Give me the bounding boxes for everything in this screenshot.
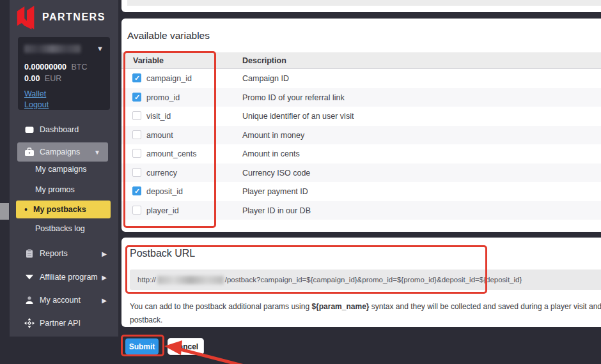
sidebar-item-reports[interactable]: Reports ▶: [10, 247, 118, 260]
logout-link[interactable]: Logout: [24, 100, 104, 109]
variable-name: deposit_id: [146, 187, 183, 196]
brand-name: PARTNERS: [42, 11, 105, 23]
wallet-link[interactable]: Wallet: [24, 89, 104, 98]
variable-description: Currency ISO code: [242, 169, 310, 178]
checkbox-visit-id[interactable]: [132, 111, 141, 120]
variable-name: campaign_id: [146, 74, 192, 83]
input-field-remnant: [127, 0, 601, 6]
dashboard-icon: [24, 125, 35, 135]
chevron-right-icon: ▶: [102, 250, 107, 257]
table-header: Variable Description: [121, 52, 601, 69]
variables-table: campaign_id Campaign ID promo_id Promo I…: [121, 69, 601, 220]
variable-name: amount: [146, 131, 173, 140]
variable-name: visit_id: [146, 112, 171, 121]
btc-balance: 0.00000000: [24, 63, 66, 72]
variable-description: Player payment ID: [242, 187, 308, 196]
variable-description: Unique identifier of an user visit: [242, 112, 354, 121]
variable-name: player_id: [146, 206, 179, 215]
sidebar: PARTNERS ▼ 0.00000000 BTC 0.00 EUR Walle…: [10, 0, 118, 337]
sidebar-item-my-campaigns[interactable]: My campaigns: [10, 163, 118, 176]
wallet-balances: 0.00000000 BTC 0.00 EUR: [24, 63, 104, 83]
checkbox-currency[interactable]: [132, 168, 141, 177]
checkbox-amount[interactable]: [132, 130, 141, 139]
clipboard-icon: [24, 248, 35, 259]
param-name-token: ${param_name}: [311, 302, 369, 311]
username-redacted: [24, 45, 81, 53]
checkbox-campaign-id[interactable]: [132, 73, 141, 82]
briefcase-icon: [24, 147, 35, 157]
eur-label: EUR: [45, 74, 61, 83]
table-row: currency Currency ISO code: [121, 163, 601, 183]
btc-label: BTC: [72, 63, 88, 72]
table-row: amount_cents Amount in cents: [121, 144, 601, 163]
n1-logo-icon: [16, 4, 38, 30]
account-box: ▼ 0.00000000 BTC 0.00 EUR Wallet Logout: [18, 37, 110, 110]
previous-card-remnant: [121, 0, 601, 12]
url-domain-redacted: [157, 276, 224, 284]
sidebar-item-dashboard[interactable]: Dashboard: [10, 123, 118, 136]
checkbox-deposit-id[interactable]: [132, 186, 141, 195]
sidebar-item-my-promos[interactable]: My promos: [10, 183, 118, 196]
variable-description: Promo ID of your referral link: [242, 93, 345, 102]
variable-description: Amount in money: [242, 131, 304, 140]
variable-description: Amount in cents: [242, 149, 300, 158]
table-row: visit_id Unique identifier of an user vi…: [121, 107, 601, 126]
compass-icon: [24, 318, 35, 328]
chevron-down-icon: ▼: [97, 45, 104, 52]
url-path: /postback?campaign_id=${campaign_id}&pro…: [225, 276, 522, 284]
sidebar-item-campaigns[interactable]: Campaigns ▼: [17, 142, 108, 162]
brand-logo[interactable]: PARTNERS: [16, 4, 105, 30]
active-bullet-icon: •: [24, 204, 27, 215]
postback-url-card: Postback URL http:// /postback?campaign_…: [121, 238, 601, 327]
chevron-right-icon: ▶: [102, 297, 107, 304]
table-row: amount Amount in money: [121, 126, 601, 145]
checkbox-player-id[interactable]: [132, 206, 141, 215]
available-variables-card: Available variables Variable Description…: [121, 19, 601, 232]
eur-balance: 0.00: [24, 74, 40, 83]
url-protocol: http://: [137, 276, 156, 284]
variable-description: Player ID in our DB: [242, 206, 311, 215]
table-row: promo_id Promo ID of your referral link: [121, 88, 601, 107]
scroll-indicator[interactable]: [0, 203, 9, 220]
checkbox-promo-id[interactable]: [132, 93, 141, 102]
chevron-down-icon: ▼: [94, 149, 100, 156]
postback-url-field[interactable]: http:// /postback?campaign_id=${campaign…: [130, 269, 601, 290]
triangle-icon: [24, 272, 35, 282]
checkbox-amount-cents[interactable]: [132, 149, 141, 158]
sidebar-item-partner-api[interactable]: Partner API: [10, 317, 118, 330]
variable-name: currency: [146, 169, 177, 178]
postback-url-title: Postback URL: [121, 238, 601, 269]
table-row: campaign_id Campaign ID: [121, 69, 601, 88]
table-row: deposit_id Player payment ID: [121, 182, 601, 201]
person-icon: [24, 295, 35, 305]
sidebar-item-affiliate-program[interactable]: Affiliate program ▶: [10, 271, 118, 284]
sidebar-item-my-account[interactable]: My account ▶: [10, 294, 118, 307]
variable-name: promo_id: [146, 93, 180, 102]
sidebar-item-postbacks-log[interactable]: Postbacks log: [10, 222, 118, 235]
table-row: player_id Player ID in our DB: [121, 201, 601, 220]
chevron-right-icon: ▶: [102, 274, 107, 281]
cancel-button[interactable]: Cancel: [168, 338, 204, 355]
sidebar-item-my-postbacks[interactable]: • My postbacks: [16, 201, 111, 218]
submit-button[interactable]: Submit: [125, 338, 159, 354]
column-header-description: Description: [242, 56, 286, 65]
account-selector[interactable]: ▼: [24, 43, 104, 54]
variable-name: amount_cents: [146, 149, 197, 158]
section-title: Available variables: [121, 19, 601, 52]
column-header-variable: Variable: [133, 56, 164, 65]
postback-help-text: You can add to the postback additional p…: [130, 300, 601, 327]
variable-description: Campaign ID: [242, 74, 289, 83]
